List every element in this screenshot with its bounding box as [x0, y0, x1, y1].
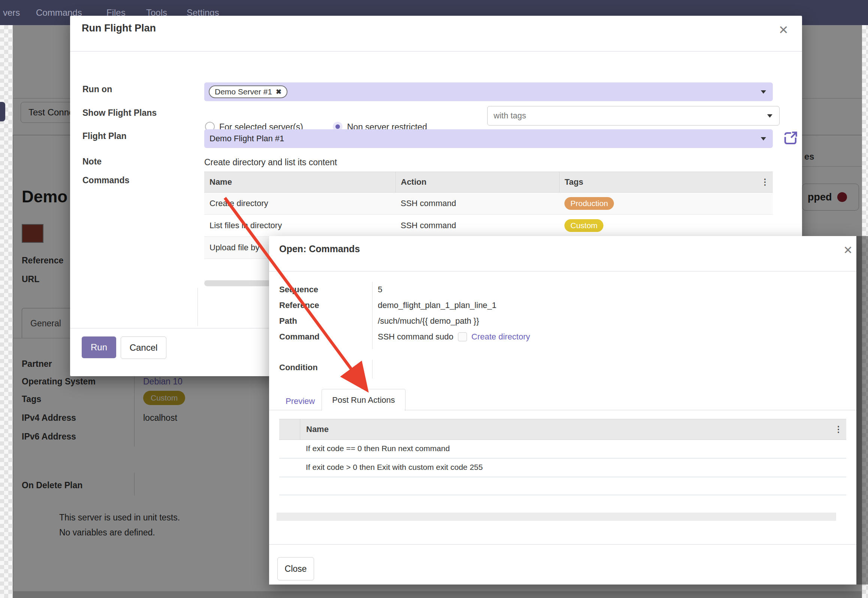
clipped-navy-button[interactable]: [0, 102, 5, 121]
show-flight-plans-label: Show Flight Plans: [82, 108, 157, 118]
command-value: SSH command sudo: [378, 332, 453, 342]
note-label: Note: [82, 157, 102, 167]
cell-name: List files in directory: [204, 215, 395, 237]
col-header-tags-label: Tags: [565, 177, 584, 187]
close-button-label: Close: [285, 564, 307, 574]
production-tag-pill: Production: [564, 197, 614, 210]
screenshot-stage: Test Connection Demo Reference URL Gener…: [0, 0, 868, 598]
inner-horizontal-scrollbar[interactable]: [277, 513, 836, 521]
sequence-label: Sequence: [279, 285, 318, 295]
active-tab-mask: [322, 410, 404, 411]
cell-action: SSH command: [395, 215, 559, 237]
run-button-label: Run: [91, 342, 107, 353]
col-header-tags[interactable]: Tags ⋮: [559, 172, 773, 193]
reference-label: Reference: [279, 300, 319, 310]
action-name: If exit code == 0 then Run next command: [306, 444, 450, 453]
custom-tag-pill: Custom: [564, 219, 603, 232]
flight-plan-value: Demo Flight Plan #1: [204, 134, 284, 144]
run-on-select[interactable]: Demo Server #1 ✖: [204, 82, 773, 101]
create-directory-link[interactable]: Create directory: [471, 332, 530, 342]
modal-edge-shade: [856, 236, 868, 585]
table-row[interactable]: List files in directory SSH command Cust…: [204, 215, 773, 237]
with-tags-placeholder: with tags: [494, 111, 526, 121]
kebab-menu-icon[interactable]: ⋮: [834, 425, 843, 434]
header-divider: [70, 51, 802, 52]
tab-post-run-actions[interactable]: Post Run Actions: [322, 389, 406, 411]
select-column[interactable]: [279, 419, 300, 440]
modal-title: Run Flight Plan: [82, 22, 156, 34]
post-run-action-row[interactable]: If exit code == 0 then Run next command: [279, 439, 846, 459]
flight-plan-description: Create directory and list its content: [204, 157, 337, 167]
cell-action: SSH command: [395, 193, 559, 215]
kebab-menu-icon[interactable]: ⋮: [761, 177, 769, 187]
condition-label: Condition: [279, 363, 318, 372]
header-divider: [269, 271, 856, 272]
table-row[interactable]: Create directory SSH command Production: [204, 193, 773, 215]
with-tags-select[interactable]: with tags: [487, 106, 780, 126]
close-icon[interactable]: ✕: [778, 24, 789, 36]
column-divider: [198, 288, 198, 326]
command-label: Command: [279, 332, 320, 342]
path-value: /such/much/{{ demo_path }}: [378, 316, 479, 326]
footer-divider: [269, 544, 856, 545]
nav-label: vers: [3, 7, 20, 18]
path-label: Path: [279, 316, 297, 326]
close-button[interactable]: Close: [277, 557, 314, 580]
field-divider: [372, 282, 373, 349]
close-icon[interactable]: ✕: [843, 244, 853, 256]
server-tag-chip[interactable]: Demo Server #1 ✖: [209, 85, 287, 98]
post-run-action-row-empty: [279, 477, 846, 495]
command-value-row: SSH command sudo Create directory: [378, 332, 530, 342]
cell-tags: Custom: [559, 215, 773, 237]
chevron-down-icon: [767, 114, 772, 118]
server-tag-label: Demo Server #1: [215, 87, 272, 96]
nav-item-servers[interactable]: vers: [3, 0, 20, 25]
post-run-action-row[interactable]: If exit code > 0 then Exit with custom e…: [279, 458, 846, 477]
sequence-value: 5: [378, 285, 382, 295]
reference-value: demo_flight_plan_1_plan_line_1: [378, 300, 497, 310]
run-button[interactable]: Run: [82, 336, 116, 358]
chevron-down-icon: [761, 90, 766, 94]
run-on-label: Run on: [82, 84, 112, 94]
remove-tag-icon[interactable]: ✖: [276, 88, 281, 96]
action-name: If exit code > 0 then Exit with custom e…: [306, 463, 483, 472]
chevron-down-icon: [761, 137, 766, 141]
col-header-action[interactable]: Action: [395, 172, 559, 193]
cancel-button[interactable]: Cancel: [121, 336, 166, 359]
tab-preview[interactable]: Preview: [286, 396, 315, 406]
field-divider: [372, 360, 373, 378]
col-header-name[interactable]: Name: [204, 172, 395, 193]
sudo-checkbox[interactable]: [458, 332, 467, 341]
open-commands-modal: Open: Commands ✕ Sequence Reference Path…: [269, 236, 856, 585]
cell-name: Create directory: [204, 193, 395, 215]
flight-plan-select[interactable]: Demo Flight Plan #1: [204, 129, 773, 148]
col-header-name[interactable]: Name: [306, 425, 329, 434]
cancel-button-label: Cancel: [130, 342, 158, 353]
cell-tags: Production: [559, 193, 773, 215]
post-run-actions-header: Name ⋮: [279, 419, 846, 440]
tab-post-run-actions-label: Post Run Actions: [332, 395, 395, 405]
flight-plan-label: Flight Plan: [82, 131, 127, 141]
commands-label: Commands: [82, 175, 129, 185]
external-link-icon[interactable]: [783, 130, 798, 146]
modal-title: Open: Commands: [279, 244, 360, 254]
